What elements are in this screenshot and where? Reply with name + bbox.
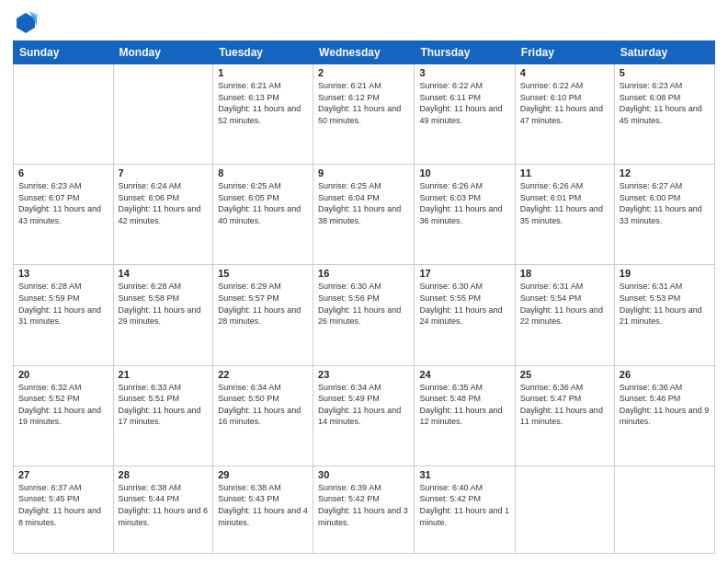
day-number: 19 <box>620 268 710 279</box>
calendar-cell: 17Sunrise: 6:30 AMSunset: 5:55 PMDayligh… <box>415 265 515 365</box>
calendar-cell: 11Sunrise: 6:26 AMSunset: 6:01 PMDayligh… <box>515 165 614 265</box>
calendar-cell <box>515 465 614 553</box>
day-number: 1 <box>218 67 308 78</box>
calendar-cell <box>113 64 213 165</box>
day-number: 13 <box>18 268 108 279</box>
calendar-cell: 26Sunrise: 6:36 AMSunset: 5:46 PMDayligh… <box>614 365 714 465</box>
day-info: Sunrise: 6:29 AMSunset: 5:57 PMDaylight:… <box>218 281 308 327</box>
day-info: Sunrise: 6:22 AMSunset: 6:11 PMDaylight:… <box>419 80 509 126</box>
day-info: Sunrise: 6:32 AMSunset: 5:52 PMDaylight:… <box>18 382 108 428</box>
calendar-cell: 12Sunrise: 6:27 AMSunset: 6:00 PMDayligh… <box>614 165 714 265</box>
day-info: Sunrise: 6:40 AMSunset: 5:42 PMDaylight:… <box>419 482 509 528</box>
day-info: Sunrise: 6:31 AMSunset: 5:54 PMDaylight:… <box>520 281 609 327</box>
calendar-cell: 7Sunrise: 6:24 AMSunset: 6:06 PMDaylight… <box>113 165 213 265</box>
calendar-cell: 21Sunrise: 6:33 AMSunset: 5:51 PMDayligh… <box>113 365 213 465</box>
calendar-cell: 24Sunrise: 6:35 AMSunset: 5:48 PMDayligh… <box>415 365 515 465</box>
calendar-cell: 2Sunrise: 6:21 AMSunset: 6:12 PMDaylight… <box>313 64 415 165</box>
day-number: 10 <box>419 167 509 178</box>
day-info: Sunrise: 6:25 AMSunset: 6:05 PMDaylight:… <box>218 180 308 226</box>
week-row-3: 20Sunrise: 6:32 AMSunset: 5:52 PMDayligh… <box>14 365 715 465</box>
day-number: 27 <box>18 469 108 480</box>
day-info: Sunrise: 6:34 AMSunset: 5:49 PMDaylight:… <box>318 382 409 428</box>
calendar-cell: 10Sunrise: 6:26 AMSunset: 6:03 PMDayligh… <box>415 165 515 265</box>
day-info: Sunrise: 6:33 AMSunset: 5:51 PMDaylight:… <box>119 382 209 428</box>
day-number: 4 <box>520 67 609 78</box>
day-info: Sunrise: 6:27 AMSunset: 6:00 PMDaylight:… <box>620 180 710 226</box>
day-info: Sunrise: 6:36 AMSunset: 5:47 PMDaylight:… <box>520 382 609 428</box>
day-number: 14 <box>119 268 209 279</box>
week-row-0: 1Sunrise: 6:21 AMSunset: 6:13 PMDaylight… <box>14 64 715 165</box>
day-number: 15 <box>218 268 308 279</box>
day-info: Sunrise: 6:38 AMSunset: 5:43 PMDaylight:… <box>218 482 308 528</box>
weekday-header-tuesday: Tuesday <box>213 41 313 64</box>
day-info: Sunrise: 6:28 AMSunset: 5:59 PMDaylight:… <box>18 281 108 327</box>
day-info: Sunrise: 6:31 AMSunset: 5:53 PMDaylight:… <box>620 281 710 327</box>
day-info: Sunrise: 6:25 AMSunset: 6:04 PMDaylight:… <box>318 180 409 226</box>
calendar-cell: 3Sunrise: 6:22 AMSunset: 6:11 PMDaylight… <box>415 64 515 165</box>
day-number: 11 <box>520 167 609 178</box>
day-number: 7 <box>119 167 209 178</box>
day-number: 20 <box>18 369 108 380</box>
day-number: 21 <box>119 369 209 380</box>
calendar-cell: 31Sunrise: 6:40 AMSunset: 5:42 PMDayligh… <box>415 465 515 553</box>
day-number: 12 <box>620 167 710 178</box>
calendar-cell: 14Sunrise: 6:28 AMSunset: 5:58 PMDayligh… <box>113 265 213 365</box>
day-number: 24 <box>419 369 509 380</box>
calendar-cell: 30Sunrise: 6:39 AMSunset: 5:42 PMDayligh… <box>313 465 415 553</box>
day-info: Sunrise: 6:21 AMSunset: 6:13 PMDaylight:… <box>218 80 308 126</box>
day-number: 23 <box>318 369 409 380</box>
day-number: 3 <box>419 67 509 78</box>
logo <box>13 9 42 35</box>
calendar-cell: 5Sunrise: 6:23 AMSunset: 6:08 PMDaylight… <box>614 64 714 165</box>
day-info: Sunrise: 6:39 AMSunset: 5:42 PMDaylight:… <box>318 482 409 528</box>
day-number: 9 <box>318 167 409 178</box>
day-info: Sunrise: 6:26 AMSunset: 6:03 PMDaylight:… <box>419 180 509 226</box>
header <box>13 9 715 35</box>
day-info: Sunrise: 6:34 AMSunset: 5:50 PMDaylight:… <box>218 382 308 428</box>
calendar-table: SundayMondayTuesdayWednesdayThursdayFrid… <box>13 40 715 554</box>
day-number: 22 <box>218 369 308 380</box>
calendar-cell <box>614 465 714 553</box>
calendar-cell: 23Sunrise: 6:34 AMSunset: 5:49 PMDayligh… <box>313 365 415 465</box>
day-number: 17 <box>419 268 509 279</box>
calendar-cell: 4Sunrise: 6:22 AMSunset: 6:10 PMDaylight… <box>515 64 614 165</box>
week-row-1: 6Sunrise: 6:23 AMSunset: 6:07 PMDaylight… <box>14 165 715 265</box>
calendar-cell: 18Sunrise: 6:31 AMSunset: 5:54 PMDayligh… <box>515 265 614 365</box>
calendar-cell: 28Sunrise: 6:38 AMSunset: 5:44 PMDayligh… <box>113 465 213 553</box>
day-number: 6 <box>18 167 108 178</box>
calendar-cell: 15Sunrise: 6:29 AMSunset: 5:57 PMDayligh… <box>213 265 313 365</box>
calendar-cell: 27Sunrise: 6:37 AMSunset: 5:45 PMDayligh… <box>14 465 114 553</box>
calendar-cell: 29Sunrise: 6:38 AMSunset: 5:43 PMDayligh… <box>213 465 313 553</box>
calendar-cell: 19Sunrise: 6:31 AMSunset: 5:53 PMDayligh… <box>614 265 714 365</box>
weekday-header-sunday: Sunday <box>14 41 114 64</box>
day-number: 28 <box>119 469 209 480</box>
week-row-2: 13Sunrise: 6:28 AMSunset: 5:59 PMDayligh… <box>14 265 715 365</box>
day-number: 25 <box>520 369 609 380</box>
calendar-cell: 1Sunrise: 6:21 AMSunset: 6:13 PMDaylight… <box>213 64 313 165</box>
weekday-header-monday: Monday <box>113 41 213 64</box>
day-info: Sunrise: 6:38 AMSunset: 5:44 PMDaylight:… <box>119 482 209 528</box>
day-number: 5 <box>620 67 710 78</box>
logo-icon <box>13 9 39 35</box>
day-number: 30 <box>318 469 409 480</box>
calendar-cell: 16Sunrise: 6:30 AMSunset: 5:56 PMDayligh… <box>313 265 415 365</box>
calendar-cell: 20Sunrise: 6:32 AMSunset: 5:52 PMDayligh… <box>14 365 114 465</box>
day-number: 31 <box>419 469 509 480</box>
day-info: Sunrise: 6:23 AMSunset: 6:08 PMDaylight:… <box>620 80 710 126</box>
day-number: 29 <box>218 469 308 480</box>
day-info: Sunrise: 6:36 AMSunset: 5:46 PMDaylight:… <box>620 382 710 428</box>
day-info: Sunrise: 6:21 AMSunset: 6:12 PMDaylight:… <box>318 80 409 126</box>
day-info: Sunrise: 6:22 AMSunset: 6:10 PMDaylight:… <box>520 80 609 126</box>
weekday-header-friday: Friday <box>515 41 614 64</box>
day-info: Sunrise: 6:26 AMSunset: 6:01 PMDaylight:… <box>520 180 609 226</box>
day-info: Sunrise: 6:24 AMSunset: 6:06 PMDaylight:… <box>119 180 209 226</box>
calendar-cell: 13Sunrise: 6:28 AMSunset: 5:59 PMDayligh… <box>14 265 114 365</box>
calendar-cell: 6Sunrise: 6:23 AMSunset: 6:07 PMDaylight… <box>14 165 114 265</box>
calendar-cell: 22Sunrise: 6:34 AMSunset: 5:50 PMDayligh… <box>213 365 313 465</box>
day-number: 8 <box>218 167 308 178</box>
weekday-header-thursday: Thursday <box>415 41 515 64</box>
weekday-header-saturday: Saturday <box>614 41 714 64</box>
day-info: Sunrise: 6:35 AMSunset: 5:48 PMDaylight:… <box>419 382 509 428</box>
day-info: Sunrise: 6:30 AMSunset: 5:56 PMDaylight:… <box>318 281 409 327</box>
calendar-cell: 9Sunrise: 6:25 AMSunset: 6:04 PMDaylight… <box>313 165 415 265</box>
